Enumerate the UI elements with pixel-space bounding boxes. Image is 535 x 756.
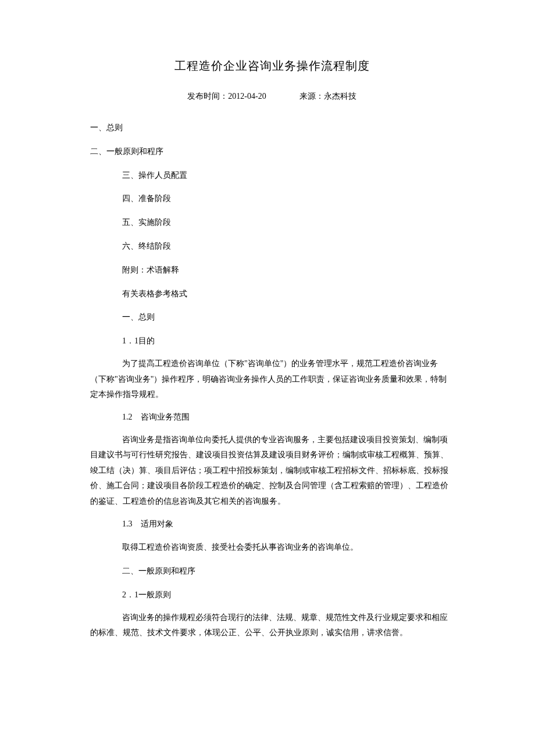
toc-item-3: 三、操作人员配置 xyxy=(90,167,454,185)
section-1-2-heading: 1.2 咨询业务范围 xyxy=(90,409,454,427)
document-page: 工程造价企业咨询业务操作流程制度 发布时间：2012-04-20 来源：永杰科技… xyxy=(0,0,535,682)
paragraph-1-2: 咨询业务是指咨询单位向委托人提供的专业咨询服务，主要包括建设项目投资策划、编制项… xyxy=(90,432,454,510)
source-value: 永杰科技 xyxy=(324,92,356,101)
section-1-1-heading: 1．1目的 xyxy=(90,332,454,350)
source-label: 来源： xyxy=(299,92,324,101)
toc-item-1: 一、总则 xyxy=(90,119,454,137)
document-body: 一、总则 二、一般原则和程序 三、操作人员配置 四、准备阶段 五、实施阶段 六、… xyxy=(90,119,454,641)
section-1-heading: 一、总则 xyxy=(90,309,454,327)
toc-item-2: 二、一般原则和程序 xyxy=(90,143,454,161)
publish-date: 2012-04-20 xyxy=(228,92,266,101)
toc-item-5: 五、实施阶段 xyxy=(90,214,454,232)
document-title: 工程造价企业咨询业务操作流程制度 xyxy=(90,58,454,74)
paragraph-1-1: 为了提高工程造价咨询单位（下称"咨询单位"）的业务管理水平，规范工程造价咨询业务… xyxy=(90,356,454,403)
publish-label: 发布时间： xyxy=(187,92,228,101)
paragraph-1-3: 取得工程造价咨询资质、接受社会委托从事咨询业务的咨询单位。 xyxy=(90,539,454,557)
section-1-3-heading: 1.3 适用对象 xyxy=(90,515,454,533)
toc-item-4: 四、准备阶段 xyxy=(90,190,454,208)
document-meta: 发布时间：2012-04-20 来源：永杰科技 xyxy=(90,91,454,102)
paragraph-2-1: 咨询业务的操作规程必须符合现行的法律、法规、规章、规范性文件及行业规定要求和相应… xyxy=(90,610,454,641)
section-2-heading: 二、一般原则和程序 xyxy=(90,562,454,581)
toc-item-8: 有关表格参考格式 xyxy=(90,285,454,303)
toc-item-7: 附则：术语解释 xyxy=(90,261,454,280)
section-2-1-heading: 2．1一般原则 xyxy=(90,586,454,604)
toc-item-6: 六、终结阶段 xyxy=(90,238,454,256)
